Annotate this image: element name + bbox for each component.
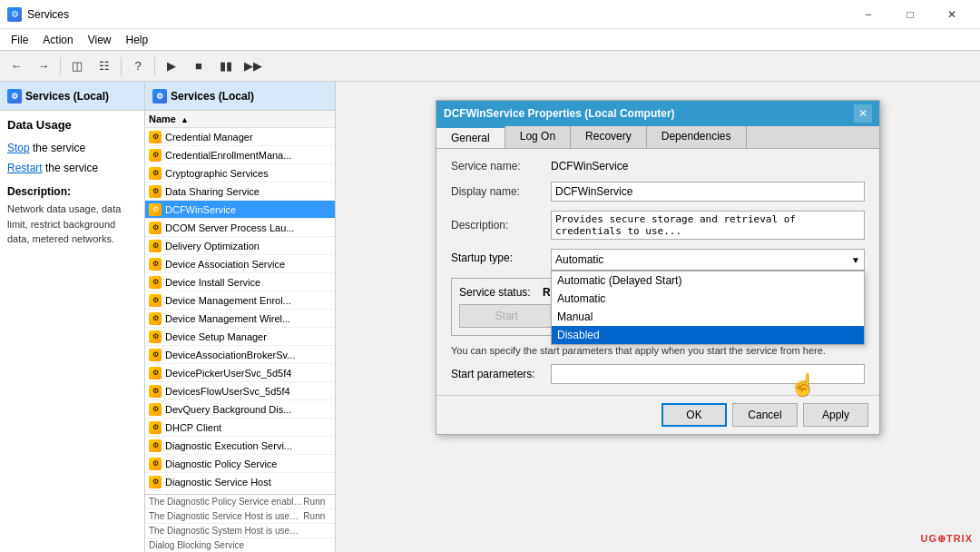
service-name: Device Install Service	[165, 277, 331, 288]
list-item[interactable]: ⚙ DevQuery Background Dis...	[145, 400, 335, 419]
service-name: Delivery Optimization	[165, 241, 331, 251]
list-item-selected[interactable]: ⚙ DCFWinService	[145, 201, 335, 219]
display-name-row: Display name:	[451, 182, 865, 202]
sidebar-content: Data Usage Stop the service Restart the …	[0, 111, 144, 254]
dropdown-item-delayed[interactable]: Automatic (Delayed Start)	[552, 271, 864, 290]
stop-toolbar-button[interactable]: ■	[186, 54, 211, 78]
list-item[interactable]: ⚙ DevicePickerUserSvc_5d5f4	[145, 364, 335, 382]
apply-button[interactable]: Apply	[803, 403, 868, 427]
list-item[interactable]: ⚙ Credential Manager	[145, 128, 335, 146]
forward-toolbar-button[interactable]: ▶▶	[240, 54, 266, 78]
play-button[interactable]: ▶	[159, 54, 184, 78]
list-item[interactable]: ⚙ DevicesFlowUserSvc_5d5f4	[145, 382, 335, 400]
start-parameters-section: You can specify the start parameters tha…	[451, 343, 865, 384]
service-icon: ⚙	[149, 476, 162, 488]
list-item[interactable]: ⚙ CredentialEnrollmentMana...	[145, 146, 335, 164]
list-item[interactable]: ⚙ Device Setup Manager	[145, 328, 335, 346]
ok-button[interactable]: OK	[662, 403, 727, 427]
tab-dependencies[interactable]: Dependencies	[647, 126, 747, 148]
cancel-button[interactable]: Cancel	[732, 403, 798, 427]
service-icon: ⚙	[149, 167, 162, 180]
maximize-button[interactable]: □	[889, 0, 931, 29]
service-name: Data Sharing Service	[165, 186, 331, 197]
toolbar-separator-3	[154, 57, 155, 75]
list-item[interactable]: ⚙ Delivery Optimization	[145, 237, 335, 255]
menu-help[interactable]: Help	[119, 32, 156, 48]
sidebar: ⚙ Services (Local) Data Usage Stop the s…	[0, 82, 145, 552]
back-button[interactable]: ←	[4, 54, 29, 78]
service-name: Diagnostic Policy Service	[165, 458, 331, 469]
service-name: DevQuery Background Dis...	[165, 404, 331, 415]
services-panel-title: Services (Local)	[171, 90, 254, 103]
menu-bar: File Action View Help	[0, 29, 980, 51]
help-toolbar-button[interactable]: ?	[125, 54, 151, 78]
close-button[interactable]: ✕	[931, 0, 973, 29]
list-item[interactable]: ⚙ DHCP Client	[145, 419, 335, 437]
list-item[interactable]: ⚙ Device Association Service	[145, 255, 335, 273]
service-name: DCOM Server Process Lau...	[165, 222, 331, 233]
service-icon: ⚙	[149, 439, 162, 452]
list-item[interactable]: ⚙ Diagnostic Policy Service	[145, 455, 335, 473]
menu-file[interactable]: File	[4, 32, 35, 48]
list-item[interactable]: ⚙ Device Management Enrol...	[145, 291, 335, 310]
list-item[interactable]: ⚙ Cryptographic Services	[145, 164, 335, 182]
params-help-text: You can specify the start parameters tha…	[451, 343, 865, 359]
service-name: Device Management Enrol...	[165, 295, 331, 306]
window-controls: − □ ✕	[848, 0, 973, 29]
service-icon: ⚙	[149, 330, 162, 343]
service-name: Diagnostic Service Host	[165, 477, 331, 488]
dropdown-item-disabled[interactable]: Disabled	[552, 326, 864, 344]
properties-dialog: DCFWinService Properties (Local Computer…	[436, 100, 880, 435]
list-item[interactable]: ⚙ Data Sharing Service	[145, 182, 335, 201]
display-name-field[interactable]	[551, 182, 865, 202]
list-item[interactable]: ⚙ Diagnostic Execution Servi...	[145, 437, 335, 455]
app-icon: ⚙	[7, 7, 22, 22]
description-textarea[interactable]: Provides secure storage and retrieval of…	[551, 211, 865, 240]
tab-recovery[interactable]: Recovery	[571, 126, 647, 148]
service-name: DevicePickerUserSvc_5d5f4	[165, 368, 331, 379]
description-row: Description: Provides secure storage and…	[451, 211, 865, 240]
service-name: Credential Manager	[165, 132, 331, 143]
menu-action[interactable]: Action	[35, 32, 80, 48]
service-icon: ⚙	[149, 458, 162, 470]
service-icon: ⚙	[149, 385, 162, 398]
tab-general[interactable]: General	[436, 126, 505, 148]
service-name-value: DCFWinService	[551, 160, 628, 172]
menu-view[interactable]: View	[81, 32, 119, 48]
start-params-label: Start parameters:	[451, 368, 551, 380]
tab-logon[interactable]: Log On	[505, 126, 571, 148]
toolbar-btn-2[interactable]: ☷	[92, 54, 117, 78]
startup-type-current: Automatic	[555, 253, 603, 266]
service-name: DevicesFlowUserSvc_5d5f4	[165, 386, 331, 397]
services-list[interactable]: ⚙ Credential Manager ⚙ CredentialEnrollm…	[145, 128, 335, 494]
minimize-button[interactable]: −	[848, 0, 889, 29]
sidebar-header-title: Services (Local)	[25, 90, 109, 103]
dialog-title: DCFWinService Properties (Local Computer…	[444, 107, 854, 120]
dropdown-item-manual[interactable]: Manual	[552, 308, 864, 326]
start-params-input[interactable]	[551, 364, 865, 384]
list-item[interactable]: ⚙ Device Management Wirel...	[145, 310, 335, 328]
stop-action-text: the service	[33, 142, 85, 154]
description-label: Description:	[7, 185, 137, 198]
service-name: CredentialEnrollmentMana...	[165, 150, 331, 161]
dialog-close-button[interactable]: ✕	[854, 104, 872, 123]
dialog-titlebar: DCFWinService Properties (Local Computer…	[436, 101, 879, 126]
list-item[interactable]: ⚙ DeviceAssociationBrokerSv...	[145, 346, 335, 364]
properties-panel: DCFWinService Properties (Local Computer…	[336, 82, 980, 552]
list-item[interactable]: ⚙ Device Install Service	[145, 273, 335, 291]
dropdown-item-automatic[interactable]: Automatic	[552, 290, 864, 308]
pause-toolbar-button[interactable]: ▮▮	[213, 54, 239, 78]
sidebar-header: ⚙ Services (Local)	[0, 82, 144, 111]
stop-service-link[interactable]: Stop	[7, 142, 30, 154]
restart-action-text: the service	[45, 162, 98, 174]
list-item[interactable]: ⚙ Diagnostic Service Host	[145, 473, 335, 491]
start-button[interactable]: Start	[459, 304, 554, 328]
show-hide-button[interactable]: ◫	[64, 54, 90, 78]
startup-type-dropdown-list: Automatic (Delayed Start) Automatic Manu…	[551, 271, 865, 345]
list-item[interactable]: ⚙ DCOM Server Process Lau...	[145, 219, 335, 237]
service-icon: ⚙	[149, 367, 162, 380]
restart-service-link[interactable]: Restart	[7, 162, 43, 174]
forward-button[interactable]: →	[31, 54, 56, 78]
startup-type-dropdown[interactable]: Automatic ▼	[551, 249, 865, 271]
toolbar-separator-2	[121, 57, 122, 75]
